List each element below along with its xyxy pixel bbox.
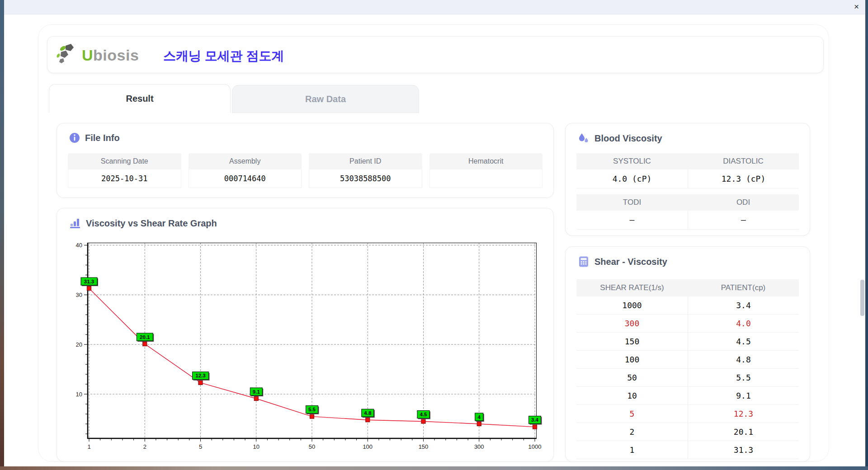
svg-text:1: 1	[87, 443, 90, 450]
field-label: Hematocrit	[429, 153, 543, 169]
shear-table-header: SHEAR RATE(1/s) PATIENT(cp)	[576, 279, 799, 296]
shear-viscosity-card: Shear - Viscosity SHEAR RATE(1/s) PATIEN…	[565, 246, 810, 462]
patient-cell: 4.0	[688, 315, 799, 332]
file-info-field: Assembly000714640	[189, 153, 302, 188]
blood-viscosity-title: Blood Viscosity	[578, 132, 662, 144]
shear-rate-cell: 2	[576, 423, 688, 441]
svg-text:1000: 1000	[528, 443, 542, 450]
shear-rate-cell: 300	[576, 315, 688, 332]
calculator-icon	[578, 256, 590, 268]
chart-svg: 125105010015030010001020304031.320.112.3…	[66, 240, 559, 457]
table-row: 10003.4	[576, 296, 799, 315]
svg-text:100: 100	[363, 443, 373, 450]
page-title: 스캐닝 모세관 점도계	[163, 47, 284, 65]
svg-text:10: 10	[76, 391, 82, 398]
svg-text:9.1: 9.1	[253, 389, 260, 395]
svg-text:30: 30	[76, 291, 82, 298]
ubiosis-logo: Ubiosis	[57, 43, 139, 67]
svg-text:2: 2	[143, 443, 146, 450]
shear-viscosity-table: SHEAR RATE(1/s) PATIENT(cp) 10003.43004.…	[576, 279, 799, 459]
file-info-field: Patient ID53038588500	[309, 153, 422, 188]
shear-table-body: 10003.43004.01504.51004.8505.5109.1512.3…	[576, 296, 799, 459]
svg-text:150: 150	[419, 443, 429, 450]
table-row: 3004.0	[576, 315, 799, 333]
patient-cell: 9.1	[688, 387, 799, 404]
patient-cell: 5.5	[688, 369, 799, 386]
svg-text:3.4: 3.4	[531, 417, 539, 423]
desktop-edge-bottom	[0, 466, 868, 470]
shear-rate-cell: 10	[576, 387, 688, 404]
shear-rate-cell: 150	[576, 333, 688, 350]
svg-text:50: 50	[309, 443, 315, 450]
table-row: 131.3	[576, 441, 799, 459]
desktop-edge-right	[865, 0, 868, 470]
logo-leaf-icon	[57, 43, 80, 67]
table-row: 1504.5	[576, 333, 799, 351]
patient-cell: 3.4	[688, 296, 799, 314]
svg-text:31.3: 31.3	[84, 279, 94, 284]
svg-text:300: 300	[474, 443, 484, 450]
patient-header: PATIENT(cp)	[688, 279, 799, 296]
tab-result[interactable]: Result	[49, 84, 231, 113]
window-titlebar: ×	[0, 0, 868, 14]
table-row: 220.1	[576, 423, 799, 441]
bv-value: –	[576, 211, 688, 230]
shear-rate-header: SHEAR RATE(1/s)	[576, 279, 688, 296]
graph-title: Viscosity vs Shear Rate Graph	[69, 217, 217, 229]
field-label: Patient ID	[309, 153, 422, 169]
droplets-icon	[578, 132, 590, 144]
app-header: Ubiosis 스캐닝 모세관 점도계	[47, 36, 824, 73]
svg-text:20: 20	[76, 341, 82, 348]
svg-text:12.3: 12.3	[195, 373, 205, 378]
table-row: 1004.8	[576, 351, 799, 369]
bv-label: SYSTOLIC	[576, 153, 688, 169]
bv-value: 4.0 (cP)	[576, 169, 688, 188]
desktop-edge-left	[0, 0, 4, 470]
blood-viscosity-group: TODIODI––	[576, 194, 799, 230]
blood-viscosity-table: SYSTOLICDIASTOLIC4.0 (cP)12.3 (cP)TODIOD…	[576, 153, 799, 230]
patient-cell: 12.3	[688, 405, 799, 423]
file-info-title: File Info	[69, 132, 120, 143]
svg-text:4: 4	[478, 414, 481, 420]
field-label: Scanning Date	[68, 153, 181, 169]
field-label: Assembly	[189, 153, 302, 169]
bv-value: –	[688, 211, 799, 230]
svg-text:4.5: 4.5	[420, 412, 428, 417]
field-value	[429, 169, 543, 188]
file-info-field: Hematocrit	[429, 153, 543, 188]
svg-text:20.1: 20.1	[140, 334, 150, 340]
bv-value: 12.3 (cP)	[688, 169, 799, 188]
patient-cell: 4.5	[688, 333, 799, 350]
shear-rate-cell: 5	[576, 405, 688, 423]
file-info-card: File Info Scanning Date2025-10-31Assembl…	[57, 123, 554, 198]
table-row: 109.1	[576, 387, 799, 405]
shear-rate-cell: 1	[576, 441, 688, 459]
file-info-fields: Scanning Date2025-10-31Assembly000714640…	[68, 153, 542, 188]
field-value: 53038588500	[309, 169, 422, 188]
field-value: 2025-10-31	[68, 169, 181, 188]
shear-rate-cell: 100	[576, 351, 688, 368]
field-value: 000714640	[189, 169, 302, 188]
logo-text: Ubiosis	[82, 47, 139, 64]
info-icon	[69, 132, 80, 143]
close-icon[interactable]: ×	[854, 2, 859, 12]
scrollbar-thumb[interactable]	[860, 280, 864, 316]
svg-text:4.8: 4.8	[364, 410, 372, 416]
svg-text:40: 40	[76, 242, 82, 249]
tab-raw-data[interactable]: Raw Data	[232, 85, 419, 113]
blood-viscosity-card: Blood Viscosity SYSTOLICDIASTOLIC4.0 (cP…	[565, 123, 810, 236]
patient-cell: 20.1	[688, 423, 799, 441]
table-row: 512.3	[576, 405, 799, 423]
bv-label: DIASTOLIC	[688, 153, 799, 169]
shear-rate-cell: 50	[576, 369, 688, 386]
graph-card: Viscosity vs Shear Rate Graph 1251050100…	[57, 208, 554, 462]
bv-label: TODI	[576, 194, 688, 211]
shear-rate-cell: 1000	[576, 296, 688, 314]
viscosity-chart: 125105010015030010001020304031.320.112.3…	[66, 240, 559, 457]
svg-text:5.5: 5.5	[308, 407, 316, 412]
blood-viscosity-group: SYSTOLICDIASTOLIC4.0 (cP)12.3 (cP)	[576, 153, 799, 188]
svg-text:5: 5	[199, 443, 202, 450]
shear-viscosity-title: Shear - Viscosity	[578, 256, 667, 268]
patient-cell: 31.3	[688, 441, 799, 459]
patient-cell: 4.8	[688, 351, 799, 368]
